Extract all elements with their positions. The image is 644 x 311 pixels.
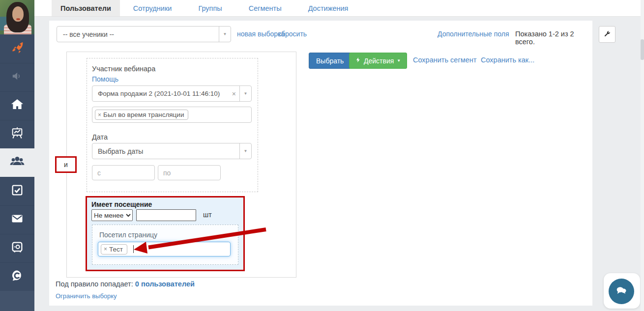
sidebar xyxy=(0,0,34,311)
text-cursor xyxy=(133,245,134,253)
sidebar-item-analytics[interactable] xyxy=(0,120,34,149)
actions-button[interactable]: Действия ▼ xyxy=(349,53,407,69)
visited-page-group: Посетил страницу × Тест xyxy=(92,225,238,265)
megaphone-icon xyxy=(11,70,24,85)
chevron-down-icon: ▼ xyxy=(219,27,231,42)
segment-filter-select[interactable]: -- все ученики -- ▼ xyxy=(57,26,231,42)
avatar-lips xyxy=(16,18,20,20)
presentation-chart-icon xyxy=(10,126,24,142)
webinar-status-input[interactable]: × Был во время трансляции xyxy=(92,107,252,123)
date-to-input[interactable] xyxy=(158,165,221,180)
settings-wrench-button[interactable] xyxy=(599,26,615,43)
chevron-down-icon: ▼ xyxy=(397,58,401,63)
tab-users[interactable]: Пользователи xyxy=(52,0,120,16)
rule-match-count[interactable]: 0 пользователей xyxy=(135,280,195,288)
page-tag-label: Тест xyxy=(109,246,123,253)
page-tag: × Тест xyxy=(101,244,127,254)
tab-groups[interactable]: Группы xyxy=(185,0,235,16)
rocket-icon xyxy=(10,40,25,57)
save-segment-link[interactable]: Сохранить сегмент xyxy=(413,56,476,64)
tab-segments[interactable]: Сегменты xyxy=(235,0,295,16)
page-scrollbar[interactable] xyxy=(641,0,644,311)
sidebar-item-tasks[interactable] xyxy=(0,177,34,206)
actions-button-label: Действия xyxy=(364,57,394,65)
date-from-input[interactable] xyxy=(92,165,155,180)
save-as-link[interactable]: Сохранить как... xyxy=(481,56,534,64)
top-tab-bar: Пользователи Сотрудники Группы Сегменты … xyxy=(34,0,644,17)
segment-filter-value: -- все ученики -- xyxy=(57,30,219,38)
tab-staff[interactable]: Сотрудники xyxy=(120,0,185,16)
home-icon xyxy=(10,97,25,114)
wrench-icon xyxy=(603,29,612,40)
clear-selection-icon[interactable]: × xyxy=(229,90,239,98)
visit-rule-group-highlighted: Имеет посещение Не менее шт Посетил стра… xyxy=(86,196,245,271)
sidebar-footer xyxy=(0,291,34,311)
lightning-icon xyxy=(355,57,361,65)
scrollbar-thumb[interactable] xyxy=(641,39,644,60)
visit-condition-select[interactable]: Не менее xyxy=(91,209,133,221)
limit-selection-link[interactable]: Ограничить выборку xyxy=(56,292,117,300)
chat-widget-button[interactable] xyxy=(609,279,634,304)
additional-fields-link[interactable]: Дополнительные поля xyxy=(438,30,509,38)
sidebar-item-safe[interactable] xyxy=(0,234,34,263)
sidebar-item-chat-app[interactable] xyxy=(0,262,34,291)
tasks-icon xyxy=(10,183,24,199)
mail-icon xyxy=(10,212,24,227)
remove-tag-icon[interactable]: × xyxy=(98,112,101,118)
rule-match-label: Под правило попадает: xyxy=(56,280,133,288)
sidebar-item-mail[interactable] xyxy=(0,205,34,234)
users-icon xyxy=(9,154,25,171)
sidebar-item-users[interactable] xyxy=(0,148,34,177)
chevron-down-icon: ▼ xyxy=(239,143,251,159)
safe-icon xyxy=(10,240,24,256)
date-label: Дата xyxy=(92,133,108,141)
webinar-group-title: Участник вебинара xyxy=(92,65,155,73)
webinar-form-select[interactable]: Форма продажи 2 (2021-10-01 11:46:10) × … xyxy=(92,85,252,102)
user-avatar[interactable] xyxy=(0,0,34,34)
visit-group-title: Имеет посещение xyxy=(91,200,152,208)
webinar-rule-group: Участник вебинара Помощь Форма продажи 2… xyxy=(87,58,258,192)
chevron-down-icon: ▼ xyxy=(239,86,251,101)
visited-page-input[interactable]: × Тест xyxy=(98,242,231,256)
rule-builder-card: Участник вебинара Помощь Форма продажи 2… xyxy=(66,52,296,278)
visit-count-input[interactable] xyxy=(136,209,196,221)
date-range-value: Выбрать даты xyxy=(92,147,239,155)
select-button[interactable]: Выбрать xyxy=(309,53,351,69)
date-range-select[interactable]: Выбрать даты ▼ xyxy=(92,143,252,159)
shown-count-text: Показано 1-2 из 2 всего. xyxy=(515,30,592,46)
help-link[interactable]: Помощь xyxy=(92,75,118,83)
webinar-form-value: Форма продажи 2 (2021-10-01 11:46:10) xyxy=(92,90,229,97)
chat-bubbles-icon xyxy=(615,283,628,299)
remove-tag-icon[interactable]: × xyxy=(104,246,107,253)
sidebar-item-launch[interactable] xyxy=(0,34,34,63)
chat-logo-icon xyxy=(10,269,24,284)
and-connector-annotated: и xyxy=(55,156,77,173)
reset-link[interactable]: сбросить xyxy=(278,30,307,38)
rule-match-summary: Под правило попадает: 0 пользователей xyxy=(56,280,195,288)
main-panel: -- все ученики -- ▼ новая выборка сброси… xyxy=(49,21,592,306)
visited-page-title: Посетил страницу xyxy=(99,231,157,239)
visit-unit-label: шт xyxy=(203,211,212,219)
tab-achievements[interactable]: Достижения xyxy=(295,0,362,16)
sidebar-item-announce[interactable] xyxy=(0,63,34,92)
status-tag-label: Был во время трансляции xyxy=(103,111,184,118)
sidebar-item-home[interactable] xyxy=(0,91,34,120)
status-tag: × Был во время трансляции xyxy=(95,110,188,120)
